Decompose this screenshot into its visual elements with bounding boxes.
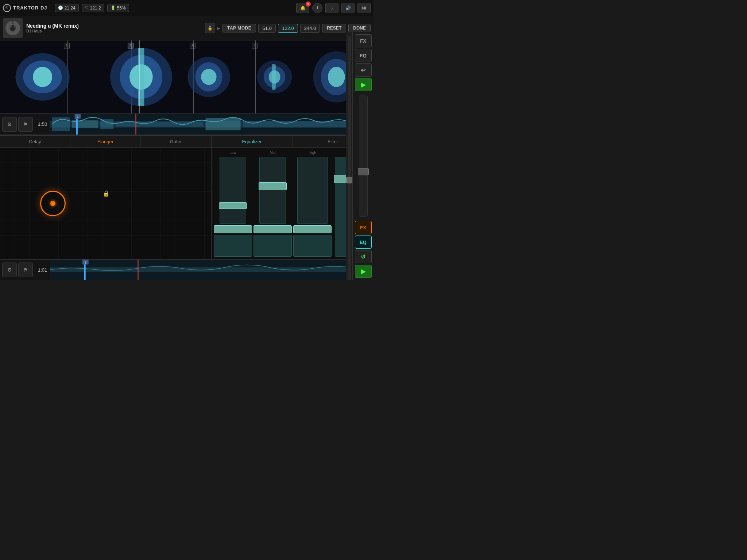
battery-icon: 🔋: [111, 5, 116, 10]
fx-knob[interactable]: [40, 191, 66, 216]
fx-knob-outer: [40, 191, 66, 216]
crossfader-track[interactable]: [359, 96, 368, 217]
clock-icon: 🕐: [58, 5, 63, 10]
bpm-mid-button[interactable]: 122.0: [278, 24, 298, 33]
fx-knob-inner: [50, 201, 55, 206]
sidebar-eq-button-bottom[interactable]: EQ: [355, 236, 372, 249]
svg-point-19: [201, 69, 216, 85]
battery-value: 55%: [117, 5, 126, 11]
fx-panel-left: Delay Flanger Gater: [0, 136, 212, 259]
play-icon-top: ▶: [361, 81, 365, 88]
time-display: 🕐 21:24: [55, 4, 79, 12]
deck1-controls-left: ⚙ ⚑: [0, 117, 35, 132]
deck1-mini-waveform[interactable]: 1: [50, 114, 357, 135]
svg-text:1: 1: [77, 115, 79, 118]
eq-mid-thumb: [259, 182, 287, 190]
ni-button[interactable]: NI: [357, 3, 371, 13]
volume-button[interactable]: 🔊: [341, 3, 355, 13]
reset-button[interactable]: RESET: [322, 24, 346, 32]
deck1-settings-button[interactable]: ⚙: [2, 117, 17, 132]
eq-mid-slider[interactable]: [253, 225, 292, 233]
sidebar-fx-button-top[interactable]: FX: [355, 34, 372, 47]
tap-controls: 🔒 ▶ TAP MODE 61.0 122.0 244.0 RESET DONE: [205, 23, 371, 33]
sidebar-loop-button-bottom[interactable]: ↺: [355, 250, 372, 263]
svg-point-16: [33, 67, 52, 87]
eq-channel-high: High: [293, 150, 332, 257]
notification-area[interactable]: 🔔 6: [296, 3, 309, 13]
svg-point-5: [11, 21, 14, 24]
album-art: [3, 18, 23, 38]
battery-display: 🔋 55%: [107, 4, 129, 12]
mini-waveform-svg: 1: [50, 114, 357, 135]
sidebar-play-button-top[interactable]: ▶: [355, 78, 372, 91]
volume-fader-track[interactable]: [348, 36, 351, 280]
eq-low-block: [214, 235, 252, 257]
svg-rect-28: [100, 119, 113, 129]
play-icon-bottom: ▶: [361, 268, 365, 275]
svg-rect-21: [272, 64, 276, 90]
waveform-main[interactable]: 1 2 3 4: [0, 40, 374, 113]
eq-channel-low: Low: [214, 150, 252, 257]
sidebar-play-button-bottom[interactable]: ▶: [355, 265, 372, 278]
deck2-settings-button[interactable]: ⚙: [2, 262, 17, 277]
volume-fader-thumb: [346, 177, 353, 183]
waveform-svg: [0, 40, 374, 113]
fx-eq-panel: Delay Flanger Gater: [0, 135, 374, 259]
deck2-time-current: 1:01: [35, 267, 50, 273]
notification-count: 6: [306, 1, 311, 7]
track-header: Needing u (MK remix) DJ Haus 🔒 ▶ TAP MOD…: [0, 16, 374, 40]
tap-mode-button[interactable]: TAP MODE: [222, 24, 256, 32]
top-bar: © TRAKTOR DJ 🕐 21:24 ♡ 121.2 🔋 55% 🔔 6 ℹ…: [0, 0, 374, 16]
deck2-mini-waveform[interactable]: 1: [50, 260, 357, 280]
sidebar-loop-button-top[interactable]: ↩: [355, 63, 372, 77]
gear-icon-2: ⚙: [7, 267, 12, 273]
eq-label-high: High: [293, 150, 332, 155]
logo-area: © TRAKTOR DJ: [3, 4, 47, 12]
ni-icon: NI: [362, 6, 366, 10]
app-title: TRAKTOR DJ: [13, 5, 47, 11]
flag-icon: ⚑: [23, 121, 28, 127]
deck1-flag-button[interactable]: ⚑: [18, 117, 33, 132]
svg-rect-37: [0, 148, 211, 259]
eq-tab-equalizer[interactable]: Equalizer: [212, 136, 293, 147]
sidebar-fx-button-bottom[interactable]: FX: [355, 221, 372, 234]
eq-label-low: Low: [214, 150, 252, 155]
fx-tabs: Delay Flanger Gater: [0, 136, 211, 148]
track-artist: DJ Haus: [26, 29, 201, 33]
bpm-high-button[interactable]: 244.0: [300, 24, 320, 33]
fx-tab-flanger[interactable]: Flanger: [70, 136, 141, 147]
heartbeat-icon: ♡: [85, 5, 89, 10]
eq-high-slider[interactable]: [293, 225, 332, 233]
eq-channel-mid: Mid: [253, 150, 292, 257]
play-arrow-icon: ▶: [217, 26, 220, 30]
gear-icon: ⚙: [7, 121, 12, 127]
bell-icon: 🔔: [300, 5, 306, 11]
bpm-value: 121.2: [90, 5, 101, 11]
svg-point-22: [328, 67, 345, 87]
fx-lock-icon: 🔒: [102, 190, 110, 197]
fx-pad[interactable]: 🔒: [0, 148, 211, 259]
done-button[interactable]: DONE: [348, 24, 371, 32]
bpm-low-button[interactable]: 61.0: [258, 24, 276, 33]
info-button[interactable]: ℹ: [312, 3, 322, 13]
flag-icon-2: ⚑: [23, 267, 28, 273]
fx-grid: [0, 148, 211, 259]
music-button[interactable]: ♪: [325, 3, 338, 13]
eq-low-fader[interactable]: [220, 157, 247, 224]
fx-tab-gater[interactable]: Gater: [141, 136, 211, 147]
fx-tab-delay[interactable]: Delay: [0, 136, 70, 147]
album-art-image: [3, 18, 23, 38]
svg-point-3: [9, 26, 12, 28]
deck2-flag-button[interactable]: ⚑: [18, 262, 33, 277]
eq-high-fader[interactable]: [297, 157, 328, 224]
content-area: Needing u (MK remix) DJ Haus 🔒 ▶ TAP MOD…: [0, 16, 374, 280]
sidebar-eq-button-top[interactable]: EQ: [355, 49, 372, 62]
deck2: ⚙ ⚑ 1:01: [0, 259, 374, 280]
eq-mid-fader[interactable]: [259, 157, 286, 224]
eq-low-slider[interactable]: [214, 225, 252, 233]
volume-icon: 🔊: [345, 5, 351, 11]
svg-point-4: [14, 26, 16, 28]
lock-button[interactable]: 🔒: [205, 23, 215, 33]
deck1: Needing u (MK remix) DJ Haus 🔒 ▶ TAP MOD…: [0, 16, 374, 135]
loop-icon-bottom: ↺: [361, 253, 365, 260]
